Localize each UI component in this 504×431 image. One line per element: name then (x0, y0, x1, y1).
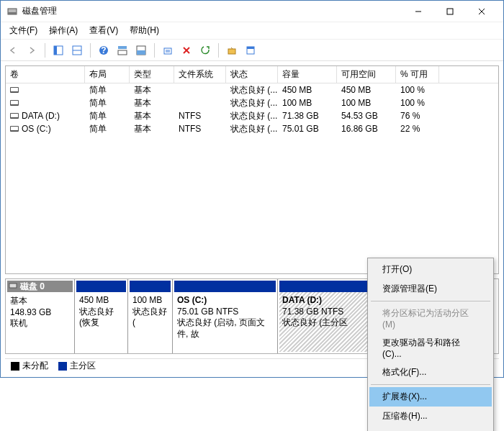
disk-type: 基本 (10, 295, 70, 307)
cell: 75.01 GB (278, 123, 337, 135)
disk-icon (9, 281, 17, 292)
tool-layout-icon[interactable] (114, 42, 130, 58)
nav-back-icon (5, 42, 21, 58)
context-menu-item[interactable]: 资源管理器(E) (369, 279, 492, 299)
menu-file[interactable]: 文件(F) (4, 22, 43, 39)
context-menu: 打开(O)资源管理器(E)将分区标记为活动分区(M)更改驱动器号和路径(C)..… (367, 258, 494, 378)
table-row[interactable]: 简单基本状态良好 (...450 MB450 MB100 % (6, 83, 498, 96)
titlebar: 磁盘管理 (1, 1, 503, 22)
cell: 71.38 GB (278, 110, 337, 122)
vol-size: 75.01 GB NTFS (177, 307, 273, 318)
separator (45, 43, 45, 58)
vol-status: 状态良好 ( (132, 307, 168, 329)
cell: 100 MB (278, 97, 337, 109)
cell: 简单 (85, 109, 130, 123)
cell: 16.86 GB (337, 123, 396, 135)
separator (154, 43, 155, 58)
table-body: 简单基本状态良好 (...450 MB450 MB100 %简单基本状态良好 (… (6, 83, 498, 273)
cell (174, 102, 226, 104)
vol-label: DATA (D:) (282, 295, 378, 307)
cell: 状态良好 (... (226, 96, 278, 110)
tool-panel1-icon[interactable] (50, 42, 66, 58)
col-status[interactable]: 状态 (226, 66, 278, 83)
cell: NTFS (174, 110, 226, 122)
cell: 基本 (130, 83, 174, 97)
legend-primary: 主分区 (58, 360, 96, 372)
cell: 基本 (130, 96, 174, 110)
tool-properties-icon[interactable] (243, 42, 258, 58)
col-layout[interactable]: 布局 (85, 66, 130, 83)
volume-block[interactable]: 100 MB状态良好 ( (128, 279, 173, 353)
volume-icon (10, 113, 19, 119)
col-volume[interactable]: 卷 (6, 66, 85, 83)
vol-size: 71.38 GB NTFS (282, 307, 378, 318)
minimize-button[interactable] (402, 1, 434, 22)
cell: 简单 (85, 83, 130, 97)
svg-text:?: ? (101, 45, 106, 55)
menu-view[interactable]: 查看(V) (84, 22, 124, 39)
refresh-icon[interactable] (197, 42, 213, 58)
tool-layout2-icon[interactable] (133, 42, 149, 58)
context-menu-item[interactable]: 格式化(F)... (369, 363, 492, 378)
cell: 54.53 GB (337, 110, 396, 122)
legend-unalloc: 未分配 (11, 360, 48, 372)
vol-status: 状态良好 (主分区 (282, 317, 378, 329)
svg-rect-3 (447, 9, 453, 14)
vol-status: 状态良好 (启动, 页面文件, 故 (177, 317, 273, 340)
volume-block[interactable]: 450 MB状态良好 (恢复 (75, 279, 128, 353)
volume-block[interactable]: OS (C:)75.01 GB NTFS状态良好 (启动, 页面文件, 故 (173, 279, 278, 353)
disk-name: 磁盘 0 (20, 281, 45, 293)
svg-rect-13 (118, 50, 127, 55)
col-free[interactable]: 可用空间 (337, 66, 396, 83)
table-row[interactable]: OS (C:)简单基本NTFS状态良好 (...75.01 GB16.86 GB… (6, 122, 498, 135)
svg-rect-16 (164, 48, 171, 54)
nav-forward-icon (24, 42, 40, 58)
disk-status: 联机 (10, 317, 70, 330)
vol-label: OS (C:) (177, 295, 273, 307)
cell: 100 % (396, 84, 439, 96)
tool-folder-icon[interactable] (224, 42, 240, 58)
menu-action[interactable]: 操作(A) (43, 22, 84, 39)
svg-rect-23 (247, 47, 254, 49)
help-icon[interactable]: ? (96, 42, 112, 58)
svg-rect-7 (54, 46, 57, 55)
tool-panel2-icon[interactable] (69, 42, 85, 58)
col-type[interactable]: 类型 (130, 66, 174, 83)
cell: 22 % (396, 123, 439, 135)
window-title: 磁盘管理 (22, 5, 402, 17)
cell: NTFS (174, 123, 226, 135)
cell: 简单 (85, 96, 130, 110)
settings-icon[interactable] (160, 42, 176, 58)
cell: 基本 (130, 122, 174, 136)
col-capacity[interactable]: 容量 (278, 66, 337, 83)
vol-status: 状态良好 (恢复 (79, 307, 123, 329)
context-menu-item[interactable]: 更改驱动器号和路径(C)... (369, 333, 492, 363)
context-menu-item[interactable]: 打开(O) (369, 260, 492, 279)
disk-info[interactable]: 磁盘 0 基本 148.93 GB 联机 (6, 279, 75, 353)
vol-size: 450 MB (79, 295, 123, 307)
col-fs[interactable]: 文件系统 (174, 66, 226, 83)
delete-icon[interactable] (179, 42, 194, 58)
volume-icon (10, 100, 19, 106)
col-pct[interactable]: % 可用 (396, 66, 439, 83)
svg-rect-21 (228, 49, 235, 54)
separator (90, 43, 91, 58)
volume-name: OS (C:) (22, 124, 51, 134)
cell: 基本 (130, 109, 174, 123)
close-button[interactable] (466, 1, 498, 22)
separator (218, 43, 219, 58)
cell: 100 MB (337, 97, 396, 109)
cell: 450 MB (278, 84, 337, 96)
app-icon (6, 6, 18, 17)
cell: 简单 (85, 122, 130, 136)
maximize-button[interactable] (434, 1, 466, 22)
window-controls (402, 1, 498, 22)
table-row[interactable]: DATA (D:)简单基本NTFS状态良好 (...71.38 GB54.53 … (6, 109, 498, 122)
volume-icon (10, 87, 19, 93)
vol-size: 100 MB (132, 295, 168, 307)
cell (174, 89, 226, 91)
svg-rect-1 (8, 12, 17, 14)
menu-help[interactable]: 帮助(H) (124, 22, 165, 39)
volume-name: DATA (D:) (22, 111, 60, 121)
table-row[interactable]: 简单基本状态良好 (...100 MB100 MB100 % (6, 96, 498, 109)
